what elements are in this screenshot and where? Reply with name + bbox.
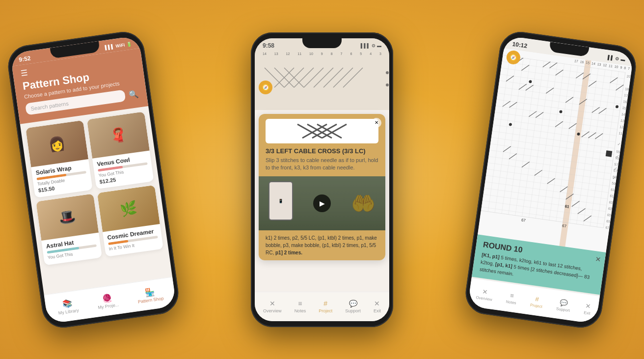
chart-num-11: 11 bbox=[297, 52, 301, 55]
svg-text:59: 59 bbox=[612, 181, 616, 185]
right-notes-label: Notes bbox=[506, 299, 516, 305]
wifi-icon: WiFi bbox=[115, 42, 125, 49]
left-time: 9:52 bbox=[19, 55, 31, 63]
svg-text:17: 17 bbox=[624, 93, 628, 97]
svg-text:20: 20 bbox=[626, 74, 631, 78]
center-overview-icon: ✕ bbox=[269, 300, 275, 307]
svg-text:67: 67 bbox=[521, 218, 526, 222]
center-support-label: Support bbox=[345, 308, 361, 313]
pattern-card-3[interactable]: 🎩 Astral Hat You Got This bbox=[36, 193, 102, 265]
svg-text:✓: ✓ bbox=[617, 141, 621, 147]
center-battery-icon: ▬ bbox=[377, 43, 381, 48]
right-nav-notes[interactable]: ≡ Notes bbox=[506, 291, 517, 305]
svg-text:12: 12 bbox=[619, 125, 624, 129]
chart-num-6: 6 bbox=[350, 52, 352, 55]
pattern-card-2[interactable]: 🧣 Venus Cowl You Got This $12.25 bbox=[87, 111, 154, 189]
svg-rect-55 bbox=[606, 150, 613, 157]
pattern-card-1[interactable]: 👩 Solaris Wrap Totally Doable $15.50 bbox=[26, 120, 93, 197]
nav-library[interactable]: 📚 My Library bbox=[56, 297, 79, 315]
svg-text:61: 61 bbox=[611, 188, 615, 192]
chart-num-4: 4 bbox=[370, 52, 372, 55]
right-exit-icon: ✕ bbox=[585, 302, 591, 309]
svg-text:55: 55 bbox=[615, 156, 619, 160]
center-chart-area: 14 13 12 11 10 9 8 7 6 5 4 3 bbox=[255, 51, 389, 110]
right-support-label: Support bbox=[556, 306, 570, 312]
svg-text:61: 61 bbox=[610, 194, 614, 198]
svg-line-10 bbox=[343, 68, 363, 87]
right-nav-support[interactable]: 💬 Support bbox=[556, 298, 571, 312]
center-nav-exit[interactable]: ✕ Exit bbox=[374, 300, 381, 313]
center-exit-icon: ✕ bbox=[374, 300, 380, 307]
svg-text:57: 57 bbox=[614, 162, 618, 166]
popup-video[interactable]: 🤲 ▶ 📱 bbox=[259, 176, 385, 230]
nav-library-label: My Library bbox=[58, 307, 79, 315]
pattern-img-3: 🎩 bbox=[36, 193, 99, 241]
center-nav-notes[interactable]: ≡ Notes bbox=[295, 300, 306, 313]
chart-num-12: 12 bbox=[286, 52, 290, 55]
right-overview-icon: ✕ bbox=[482, 287, 488, 295]
center-nav-support[interactable]: 💬 Support bbox=[345, 300, 361, 313]
phone-right: 10:12 ▌▌ ⊙ ▬ 🧭 17 16 15 14 13 12 11 10 9 bbox=[463, 29, 639, 330]
popup-instruction: k1) 2 times, p2, 5/5 LC, (p1, ktbl) 2 ti… bbox=[259, 230, 385, 260]
svg-text:14: 14 bbox=[621, 112, 626, 116]
center-notes-label: Notes bbox=[295, 308, 306, 313]
center-signal-icon: ▌▌▌ bbox=[361, 43, 370, 48]
chart-num-8: 8 bbox=[331, 52, 333, 55]
round-close-btn[interactable]: ✕ bbox=[594, 255, 601, 264]
play-button[interactable]: ▶ bbox=[313, 194, 331, 212]
svg-text:16: 16 bbox=[623, 100, 627, 104]
nav-projects[interactable]: 🧶 My Proje... bbox=[96, 292, 119, 310]
svg-text:18: 18 bbox=[625, 87, 629, 91]
right-exit-label: Exit bbox=[584, 310, 590, 315]
battery-icon: 🔋 bbox=[126, 41, 132, 47]
phone-center: 9:58 ▌▌▌ ⊙ ▬ 14 13 12 11 10 9 8 7 6 5 4 bbox=[251, 32, 393, 327]
chart-num-13: 13 bbox=[274, 52, 278, 55]
pattern-img-1: 👩 bbox=[26, 120, 88, 167]
right-nav-exit[interactable]: ✕ Exit bbox=[584, 302, 592, 315]
center-bottom-nav: ✕ Overview ≡ Notes # Project 💬 Support ✕… bbox=[255, 292, 389, 321]
right-nav-overview[interactable]: ✕ Overview bbox=[476, 286, 494, 301]
svg-text:67: 67 bbox=[562, 223, 567, 228]
svg-line-9 bbox=[333, 68, 353, 87]
chart-num-14: 14 bbox=[263, 52, 267, 55]
right-project-label: Project bbox=[530, 303, 542, 308]
signal-icon: ▌▌▌ bbox=[105, 44, 114, 50]
search-icon[interactable]: 🔍 bbox=[128, 89, 139, 100]
nav-projects-label: My Proje... bbox=[98, 302, 119, 310]
right-chart-area: 17 16 15 14 13 12 11 10 9 8 7 bbox=[477, 48, 632, 261]
right-project-icon: # bbox=[535, 295, 539, 303]
chart-num-5: 5 bbox=[360, 52, 362, 55]
right-nav-project[interactable]: # Project bbox=[530, 294, 543, 308]
stitch-popup: ✕ 3/3 LEFT CABLE CROSS (3/3 LC) Slip 3 s… bbox=[259, 114, 385, 261]
popup-close-btn[interactable]: ✕ bbox=[372, 118, 381, 128]
svg-text:63: 63 bbox=[608, 206, 613, 210]
center-nav-overview[interactable]: ✕ Overview bbox=[263, 300, 282, 313]
center-status-icons: ▌▌▌ ⊙ ▬ bbox=[361, 43, 381, 48]
video-phone-prop: 📱 bbox=[268, 181, 293, 221]
search-placeholder: Search patterns bbox=[30, 100, 69, 111]
round-bold-1: [K1, p1] bbox=[482, 251, 500, 259]
right-time: 10:12 bbox=[512, 40, 528, 49]
cable-cross-svg bbox=[293, 120, 351, 142]
popup-title: 3/3 LEFT CABLE CROSS (3/3 LC) bbox=[266, 147, 378, 155]
svg-text:57: 57 bbox=[613, 168, 617, 172]
right-wifi-icon: ⊙ bbox=[615, 55, 619, 61]
center-compass: 🧭 bbox=[259, 81, 272, 94]
right-battery-icon: ▬ bbox=[620, 56, 625, 62]
svg-rect-21 bbox=[481, 55, 625, 227]
pattern-card-4[interactable]: 🌿 Cosmic Dreamer In It To Win It bbox=[97, 185, 163, 256]
left-bottom-nav: 📚 My Library 🧶 My Proje... 🏪 Pattern Sho… bbox=[44, 276, 177, 324]
chart-svg: ✓ bbox=[255, 58, 389, 110]
svg-text:59: 59 bbox=[613, 175, 617, 179]
svg-text:67: 67 bbox=[605, 225, 610, 229]
center-nav-project[interactable]: # Project bbox=[319, 300, 332, 313]
shop-icon: 🏪 bbox=[144, 286, 155, 297]
nav-shop[interactable]: 🏪 Pattern Shop bbox=[136, 285, 164, 304]
instruction-highlight-2: p1] 2 times. bbox=[275, 250, 302, 255]
popup-symbol bbox=[266, 119, 378, 143]
svg-text:65: 65 bbox=[606, 219, 611, 223]
chart-num-3: 3 bbox=[379, 52, 381, 55]
center-time: 9:58 bbox=[263, 42, 274, 49]
right-overview-label: Overview bbox=[476, 295, 492, 302]
chart-num-7: 7 bbox=[341, 52, 343, 55]
